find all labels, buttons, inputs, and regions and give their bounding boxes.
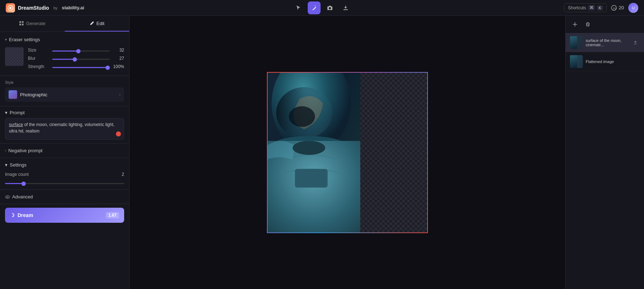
negative-prompt-section: › Negative prompt — [0, 144, 129, 158]
eraser-settings-section: ▾ Eraser settings Size 32 — [0, 32, 129, 76]
svg-point-1 — [9, 7, 11, 9]
moon-icon: ☽ — [10, 212, 15, 218]
svg-point-8 — [5, 196, 10, 198]
shortcut-key1: ⌘ — [588, 5, 595, 10]
svg-rect-15 — [295, 169, 327, 187]
style-section: Style Photographic › — [0, 76, 129, 106]
advanced-section: Advanced — [0, 190, 129, 204]
add-layer-button[interactable] — [570, 19, 580, 29]
eraser-settings-header[interactable]: ▾ Eraser settings — [5, 37, 124, 42]
company-name: stability.ai — [62, 5, 84, 10]
image-count-value: 2 — [122, 172, 124, 177]
app-name: DreamStudio — [18, 5, 49, 11]
prompt-input-area[interactable]: surface of the moon, cinematic lighting,… — [5, 118, 124, 140]
blur-value: 27 — [113, 56, 124, 61]
checker-pattern — [5, 47, 24, 66]
topbar-right: Shortcuts ⌘ K 20 20 U — [564, 3, 638, 13]
tab-edit-label: Edit — [97, 21, 104, 26]
neg-chevron: › — [5, 149, 6, 153]
size-value: 32 — [113, 48, 124, 53]
prompt-text: surface of the moon, cinematic lighting,… — [9, 122, 114, 134]
layer-item-1[interactable]: surface of the moon, cinematr... — [566, 33, 644, 52]
canvas-image-container[interactable] — [267, 72, 428, 233]
eraser-settings-label: Eraser settings — [9, 37, 40, 42]
strength-slider-row: Strength 100% — [28, 64, 124, 69]
layer-thumb-1 — [570, 36, 583, 49]
shortcuts-button[interactable]: Shortcuts ⌘ K — [564, 3, 606, 12]
eye-icon — [5, 194, 10, 199]
topbar: DreamStudio by stability.ai — [0, 0, 644, 16]
prompt-rest: of the moon, cinematic lighting, volumet… — [9, 122, 114, 134]
sliders-area: Size 32 Blur 27 — [28, 47, 124, 72]
strength-label: Strength — [28, 64, 49, 69]
cursor-tool-button[interactable] — [292, 1, 305, 14]
svg-point-16 — [293, 141, 325, 155]
strength-slider[interactable] — [52, 67, 110, 68]
right-panel-header — [566, 16, 644, 33]
prompt-header[interactable]: ▾ Prompt — [5, 110, 124, 115]
svg-point-17 — [289, 106, 315, 126]
svg-rect-4 — [19, 21, 21, 23]
prompt-label: Prompt — [10, 110, 25, 115]
advanced-header[interactable]: Advanced — [5, 194, 124, 199]
layer-thumb-2 — [570, 55, 583, 68]
eraser-chevron: ▾ — [5, 38, 7, 42]
svg-text:20: 20 — [613, 7, 616, 10]
paint-tool-button[interactable] — [308, 1, 321, 14]
prompt-underline: surface — [9, 122, 23, 127]
advanced-label: Advanced — [12, 194, 33, 199]
style-name: Photographic — [20, 92, 48, 97]
negative-prompt-label: Negative prompt — [8, 148, 42, 153]
svg-rect-7 — [22, 24, 24, 25]
layer-2-name: Flattened image — [586, 59, 640, 64]
tab-generate-label: Generate — [26, 21, 45, 26]
blur-slider[interactable] — [52, 59, 110, 60]
right-panel-actions — [570, 19, 593, 29]
credits-value: 20 — [619, 5, 624, 10]
blur-label: Blur — [28, 56, 49, 61]
svg-rect-5 — [22, 21, 24, 23]
size-slider-row: Size 32 — [28, 47, 124, 53]
style-chevron: › — [119, 92, 121, 97]
canvas-area — [130, 16, 565, 289]
style-icon — [9, 90, 17, 99]
settings-chevron: ▾ — [5, 162, 8, 168]
shortcut-key2: K — [597, 5, 602, 10]
prompt-chevron: ▾ — [5, 110, 8, 115]
layer-1-upload-button[interactable] — [631, 38, 640, 47]
topbar-center-controls — [292, 1, 352, 14]
astronaut-image — [267, 72, 360, 233]
left-sidebar: Generate Edit ▾ Eraser settings — [0, 16, 130, 289]
app-by: by — [53, 6, 58, 10]
logo-icon — [6, 3, 15, 13]
tab-edit[interactable]: Edit — [65, 16, 130, 32]
camera-tool-button[interactable] — [323, 1, 336, 14]
image-count-slider[interactable] — [5, 183, 124, 184]
settings-section: ▾ Settings Image count 2 — [0, 158, 129, 190]
tab-generate[interactable]: Generate — [0, 16, 65, 32]
strength-value: 100% — [113, 64, 124, 69]
image-count-label: Image count — [5, 172, 29, 177]
style-label: Style — [5, 80, 124, 85]
blur-slider-row: Blur 27 — [28, 56, 124, 61]
dream-label: Dream — [18, 212, 33, 218]
main-area: Generate Edit ▾ Eraser settings — [0, 16, 644, 289]
size-label: Size — [28, 48, 49, 53]
sidebar-tabs: Generate Edit — [0, 16, 129, 32]
style-left: Photographic — [9, 90, 48, 99]
dream-button[interactable]: ☽ Dream 1.67 — [5, 208, 124, 223]
shortcuts-label: Shortcuts — [568, 5, 586, 10]
negative-prompt-header[interactable]: › Negative prompt — [0, 144, 129, 158]
eraser-preview — [5, 47, 24, 66]
settings-label: Settings — [10, 162, 26, 168]
avatar: U — [628, 3, 638, 13]
settings-header[interactable]: ▾ Settings — [5, 162, 124, 168]
dream-cost: 1.67 — [106, 212, 119, 218]
download-button[interactable] — [339, 1, 352, 14]
delete-layer-button[interactable] — [583, 19, 593, 29]
style-selector[interactable]: Photographic › — [5, 87, 124, 102]
layer-1-name: surface of the moon, cinematr... — [586, 38, 628, 47]
image-count-row: Image count 2 — [5, 172, 124, 177]
layer-item-2[interactable]: Flattened image — [566, 52, 644, 71]
size-slider[interactable] — [52, 50, 110, 52]
